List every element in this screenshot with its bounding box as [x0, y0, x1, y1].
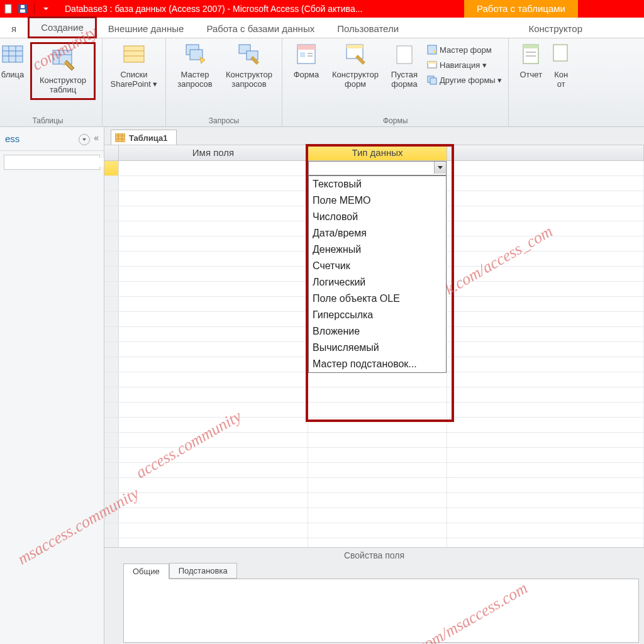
button-form-design-label: Конструктор форм [329, 70, 382, 89]
grid-row[interactable] [104, 463, 644, 478]
grid-row[interactable] [104, 493, 644, 508]
grid-row[interactable] [104, 508, 644, 523]
svg-rect-0 [5, 4, 11, 13]
type-option[interactable]: Числовой [309, 209, 446, 225]
title-bar: Database3 : база данных (Access 2007) - … [0, 0, 644, 18]
group-queries-label: Запросы [209, 116, 239, 125]
row-selector[interactable] [104, 161, 119, 175]
cell-field-name[interactable] [119, 161, 308, 175]
blank-form-icon [392, 42, 417, 67]
tab-database-tools[interactable]: Работа с базами данных [195, 19, 326, 38]
svg-rect-35 [428, 62, 436, 64]
col-data-type[interactable]: Тип данных [308, 145, 447, 160]
nav-search[interactable] [4, 155, 100, 170]
document-area: Таблица1 Имя поля Тип данных Текстовый [104, 127, 644, 644]
type-option[interactable]: Дата/время [309, 225, 446, 242]
navigation-pane: ess « [0, 127, 104, 644]
button-more-forms[interactable]: Другие формы ▾ [427, 75, 502, 85]
tab-users[interactable]: Пользователи [326, 19, 410, 38]
button-sharepoint-lists[interactable]: Списки SharePoint ▾ [109, 42, 159, 89]
grid-row[interactable] [104, 448, 644, 463]
ribbon-tabs: я Создание Внешние данные Работа с базам… [0, 18, 644, 38]
new-doc-icon[interactable] [4, 4, 14, 14]
button-sharepoint-label: Списки SharePoint ▾ [109, 70, 159, 89]
button-navigation[interactable]: Навигация ▾ [427, 60, 502, 70]
navigation-icon [427, 60, 437, 70]
svg-rect-45 [115, 133, 125, 142]
tab-external-data[interactable]: Внешние данные [97, 19, 196, 38]
svg-rect-25 [300, 52, 305, 57]
button-query-design-label: Конструктор запросов [223, 70, 275, 89]
nav-header[interactable]: ess « [0, 127, 104, 151]
col-field-name[interactable]: Имя поля [119, 145, 308, 160]
save-icon[interactable] [18, 4, 28, 14]
nav-search-input[interactable] [4, 158, 104, 167]
type-option[interactable]: Текстовый [309, 176, 446, 192]
document-tab-label: Таблица1 [129, 133, 167, 143]
button-form[interactable]: Форма [289, 42, 324, 79]
grid-select-all[interactable] [104, 145, 119, 160]
type-option[interactable]: Вложение [309, 323, 446, 340]
tab-lookup[interactable]: Подстановка [169, 563, 237, 579]
svg-rect-3 [21, 5, 25, 8]
nav-dropdown-icon[interactable] [79, 134, 90, 145]
button-report[interactable]: Отчет [515, 42, 547, 79]
tab-create[interactable]: Создание [28, 16, 97, 38]
type-option[interactable]: Счетчик [309, 258, 446, 274]
property-sheet[interactable] [123, 579, 639, 643]
sharepoint-icon [121, 42, 147, 67]
button-blank-form-label: Пустая форма [387, 70, 422, 89]
svg-rect-24 [297, 45, 315, 50]
type-option[interactable]: Поле объекта OLE [309, 291, 446, 307]
button-query-design[interactable]: Конструктор запросов [223, 42, 275, 89]
nav-collapse-icon[interactable]: « [94, 133, 99, 143]
grid-row[interactable] [104, 387, 644, 402]
svg-rect-31 [397, 46, 412, 64]
type-option[interactable]: Мастер подстановок... [309, 356, 446, 372]
form-icon [294, 42, 319, 67]
grid-row[interactable]: Текстовый Поле МЕМО Числовой Дата/время … [104, 161, 644, 176]
table-design-icon [50, 48, 75, 73]
type-option[interactable]: Денежный [309, 242, 446, 258]
data-type-combo[interactable] [308, 161, 447, 175]
svg-rect-4 [3, 46, 23, 62]
tab-general[interactable]: Общие [123, 564, 169, 579]
svg-rect-2 [20, 9, 25, 13]
col-description[interactable] [447, 145, 644, 160]
body: ess « Таблица1 Имя поля Тип данных [0, 127, 644, 644]
grid-row[interactable] [104, 372, 644, 387]
type-option[interactable]: Вычисляемый [309, 340, 446, 356]
type-option[interactable]: Логический [309, 274, 446, 291]
tab-home[interactable]: я [0, 19, 28, 38]
type-option[interactable]: Гиперссылка [309, 307, 446, 323]
type-option[interactable]: Поле МЕМО [309, 192, 446, 209]
button-table-design-label: Конструктор таблиц [35, 75, 91, 94]
button-form-design[interactable]: Конструктор форм [329, 42, 382, 89]
button-table[interactable]: блица [0, 42, 25, 79]
grid-row[interactable] [104, 433, 644, 448]
button-report-design[interactable]: Кон от [552, 42, 570, 89]
cell-description[interactable] [447, 161, 644, 175]
button-report-label: Отчет [520, 70, 543, 79]
grid-row[interactable] [104, 402, 644, 418]
tab-design[interactable]: Конструктор [517, 19, 594, 38]
svg-marker-19 [200, 57, 205, 64]
button-form-wizard[interactable]: Мастер форм [427, 45, 502, 55]
button-table-design[interactable]: Конструктор таблиц [30, 42, 96, 100]
grid-row[interactable] [104, 478, 644, 493]
query-wizard-icon [182, 42, 208, 67]
property-tabs: Общие Подстановка [123, 563, 644, 579]
svg-rect-42 [553, 45, 567, 61]
grid-row[interactable] [104, 523, 644, 538]
table-icon [0, 42, 25, 67]
cell-data-type[interactable]: Текстовый Поле МЕМО Числовой Дата/время … [308, 161, 447, 175]
qat-dropdown-icon[interactable] [43, 8, 48, 10]
document-tab[interactable]: Таблица1 [111, 130, 177, 145]
button-query-wizard[interactable]: Мастер запросов [172, 42, 218, 89]
button-blank-form[interactable]: Пустая форма [387, 42, 422, 89]
grid-row[interactable] [104, 418, 644, 433]
design-grid: Имя поля Тип данных Текстовый Поле МЕМО … [104, 145, 644, 548]
button-form-label: Форма [294, 70, 319, 79]
data-type-dropdown-button[interactable] [434, 162, 446, 174]
svg-rect-39 [523, 45, 538, 48]
